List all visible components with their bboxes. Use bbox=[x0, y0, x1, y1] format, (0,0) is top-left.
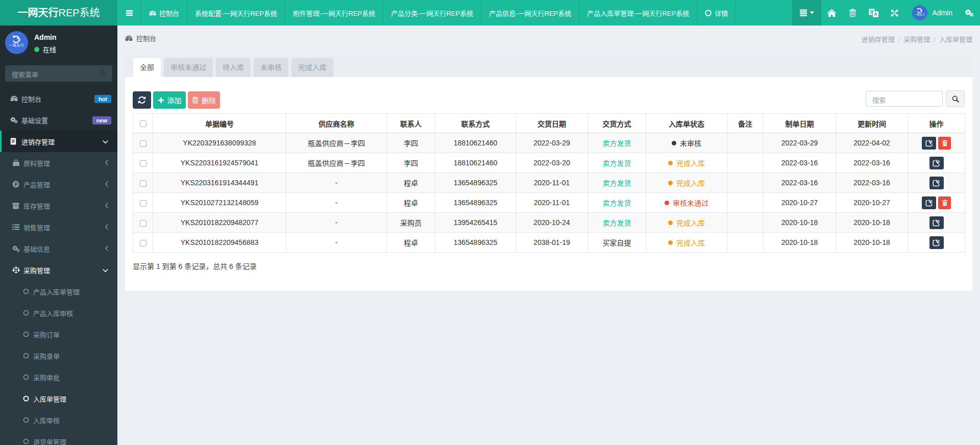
svg-text:一网天行: 一网天行 bbox=[9, 43, 24, 47]
svg-text:一网天行: 一网天行 bbox=[915, 13, 925, 16]
